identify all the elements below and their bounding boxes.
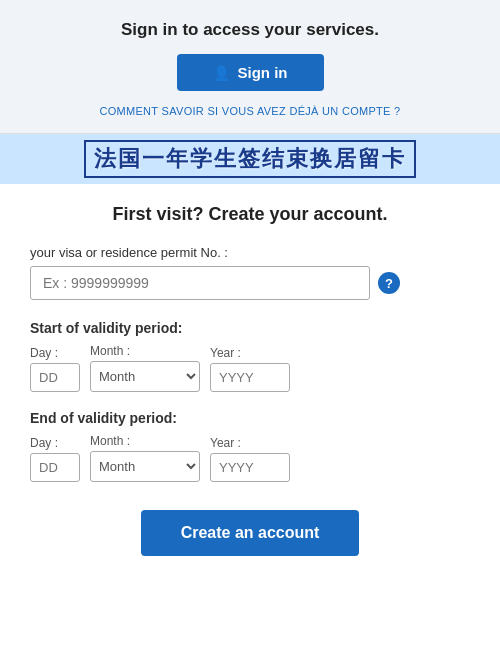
help-link[interactable]: COMMENT SAVOIR SI VOUS AVEZ DÉJÀ UN COMP… <box>99 105 400 117</box>
end-date-fields: Day : Month : Month January February Mar… <box>30 434 470 482</box>
start-year-label: Year : <box>210 346 290 360</box>
start-month-group: Month : Month January February March Apr… <box>90 344 200 392</box>
watermark-bar: 法国一年学生签结束换居留卡 <box>0 134 500 184</box>
start-validity-section: Start of validity period: Day : Month : … <box>30 320 470 392</box>
end-day-input[interactable] <box>30 453 80 482</box>
end-day-group: Day : <box>30 436 80 482</box>
signin-title: Sign in to access your services. <box>121 20 379 40</box>
end-year-input[interactable] <box>210 453 290 482</box>
start-day-input[interactable] <box>30 363 80 392</box>
start-day-label: Day : <box>30 346 80 360</box>
end-month-select[interactable]: Month January February March April May J… <box>90 451 200 482</box>
signin-button-label: Sign in <box>238 64 288 81</box>
start-month-label: Month : <box>90 344 200 358</box>
start-year-input[interactable] <box>210 363 290 392</box>
end-validity-section: End of validity period: Day : Month : Mo… <box>30 410 470 482</box>
end-month-group: Month : Month January February March Apr… <box>90 434 200 482</box>
visa-field-label: your visa or residence permit No. : <box>30 245 228 260</box>
create-account-button[interactable]: Create an account <box>141 510 360 556</box>
visa-help-icon[interactable]: ? <box>378 272 400 294</box>
start-year-group: Year : <box>210 346 290 392</box>
user-icon: 👤 <box>213 65 230 81</box>
create-button-container: Create an account <box>30 510 470 556</box>
start-date-fields: Day : Month : Month January February Mar… <box>30 344 470 392</box>
start-month-select[interactable]: Month January February March April May J… <box>90 361 200 392</box>
signin-section: Sign in to access your services. 👤 Sign … <box>0 0 500 134</box>
end-validity-title: End of validity period: <box>30 410 470 426</box>
signin-button[interactable]: 👤 Sign in <box>177 54 324 91</box>
start-day-group: Day : <box>30 346 80 392</box>
end-year-group: Year : <box>210 436 290 482</box>
create-account-heading: First visit? Create your account. <box>30 204 470 225</box>
watermark-text: 法国一年学生签结束换居留卡 <box>84 140 416 178</box>
start-validity-title: Start of validity period: <box>30 320 470 336</box>
end-month-label: Month : <box>90 434 200 448</box>
end-day-label: Day : <box>30 436 80 450</box>
end-year-label: Year : <box>210 436 290 450</box>
visa-input[interactable] <box>30 266 370 300</box>
visa-input-row: ? <box>30 266 470 300</box>
create-section: First visit? Create your account. your v… <box>0 184 500 580</box>
page-wrapper: Sign in to access your services. 👤 Sign … <box>0 0 500 667</box>
